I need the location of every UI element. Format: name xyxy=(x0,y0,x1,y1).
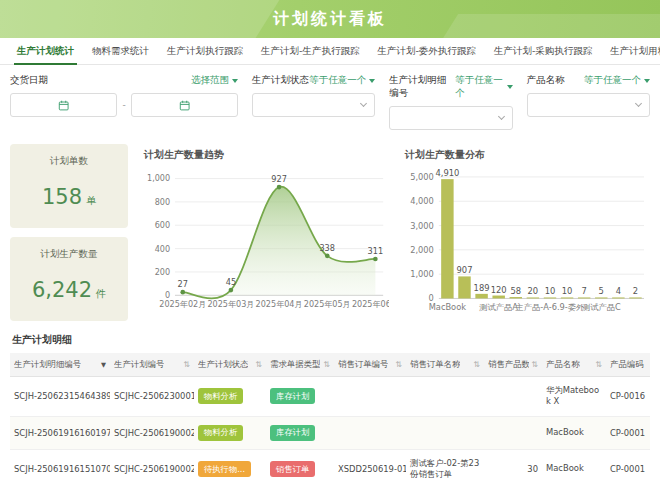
table-cell xyxy=(334,416,406,449)
plan-detail-no-select[interactable] xyxy=(389,106,512,130)
stat-unit: 件 xyxy=(96,287,106,301)
trend-chart-panel: 计划生产数量趋势 02004006008001,000272025年02月452… xyxy=(138,144,389,321)
table-cell: 物料分析 xyxy=(194,377,266,417)
dashboard-body: 计划单数 158 单 计划生产数量 6,242 件 计划生产数量趋势 02004… xyxy=(0,142,660,321)
column-label: 销售产品数量 xyxy=(488,359,529,370)
bar xyxy=(510,297,522,298)
table-cell: 库存计划 xyxy=(266,416,334,449)
distribution-chart-svg: 01,0002,0003,0004,0005,0004,910907189120… xyxy=(399,163,650,314)
column-header-5[interactable]: 销售订单名称⇅ xyxy=(406,353,484,377)
data-point xyxy=(277,185,282,190)
data-point xyxy=(373,257,378,262)
table-cell: 测试客户-02-第23份销售订单 xyxy=(406,449,484,484)
stat-value: 6,242 xyxy=(32,278,92,302)
filter-mode-dropdown[interactable]: 等于任意一个 xyxy=(309,74,375,87)
filter-mode-dropdown[interactable]: 等于任意一个 xyxy=(455,74,512,100)
tab-0[interactable]: 生产计划统计 xyxy=(8,38,83,64)
x-tick-label: 2025年05月 xyxy=(304,300,351,309)
plan-detail-section: 生产计划明细 生产计划明细编号▼生产计划编号⇅生产计划状态⇅需求单据类型⇅销售订… xyxy=(0,321,660,484)
banner-decor-shape xyxy=(402,14,660,38)
sort-icon: ⇅ xyxy=(183,360,190,369)
bar-value-label: 10 xyxy=(562,286,573,296)
bar xyxy=(544,297,556,298)
date-end-input[interactable] xyxy=(131,93,238,117)
table-cell: 销售订单 xyxy=(266,449,334,484)
tab-2[interactable]: 生产计划执行跟踪 xyxy=(158,38,252,64)
table-cell: SCJH-250619161510706 xyxy=(10,449,110,484)
bar-value-label: 120 xyxy=(491,285,507,295)
column-header-6[interactable]: 销售产品数量⇅ xyxy=(484,353,542,377)
sort-icon: ⇅ xyxy=(255,360,262,369)
plan-detail-table: 生产计划明细编号▼生产计划编号⇅生产计划状态⇅需求单据类型⇅销售订单编号⇅销售订… xyxy=(10,353,650,484)
bar xyxy=(595,297,607,298)
sort-icon: ⇅ xyxy=(595,360,602,369)
calendar-icon[interactable] xyxy=(138,100,231,111)
page-title: 计划统计看板 xyxy=(273,9,387,30)
distribution-chart-title: 计划生产数量分布 xyxy=(405,148,650,162)
calendar-icon[interactable] xyxy=(17,100,110,111)
tab-bar: 生产计划统计物料需求统计生产计划执行跟踪生产计划-生产执行跟踪生产计划-委外执行… xyxy=(0,38,660,65)
tab-6[interactable]: 生产计划用料统计 xyxy=(601,38,660,64)
column-header-0[interactable]: 生产计划明细编号▼ xyxy=(10,353,110,377)
filter-label: 生产计划状态 xyxy=(252,74,309,87)
x-tick-label: MacBook xyxy=(429,302,466,312)
column-header-2[interactable]: 生产计划状态⇅ xyxy=(194,353,266,377)
table-row[interactable]: SCJH-250619161510706SCJHC-2506190002待执行物… xyxy=(10,449,650,484)
table-cell: SCJHC-2506190002 xyxy=(110,416,194,449)
y-tick-label: 1,000 xyxy=(147,174,170,183)
table-cell: CP-0001 xyxy=(606,449,650,484)
tab-4[interactable]: 生产计划-委外执行跟踪 xyxy=(368,38,484,64)
date-start-input[interactable] xyxy=(10,93,117,117)
chevron-down-icon xyxy=(635,100,642,107)
status-badge: 库存计划 xyxy=(270,425,315,441)
tab-5[interactable]: 生产计划-采购执行跟踪 xyxy=(485,38,601,64)
y-tick-label: 4,000 xyxy=(410,196,434,206)
product-name-select[interactable] xyxy=(527,93,650,117)
column-header-7[interactable]: 产品名称⇅ xyxy=(542,353,606,377)
column-header-1[interactable]: 生产计划编号⇅ xyxy=(110,353,194,377)
table-header-row: 生产计划明细编号▼生产计划编号⇅生产计划状态⇅需求单据类型⇅销售订单编号⇅销售订… xyxy=(10,353,650,377)
table-row[interactable]: SCJH-250623154643894SCJHC-2506230001物料分析… xyxy=(10,377,650,417)
tab-1[interactable]: 物料需求统计 xyxy=(83,38,158,64)
column-header-3[interactable]: 需求单据类型⇅ xyxy=(266,353,334,377)
column-header-4[interactable]: 销售订单编号⇅ xyxy=(334,353,406,377)
stat-card-plan-count: 计划单数 158 单 xyxy=(10,144,128,228)
bar xyxy=(441,179,453,298)
y-tick-label: 5,000 xyxy=(410,172,434,182)
caret-down-icon xyxy=(232,79,238,83)
table-cell: 物料分析 xyxy=(194,416,266,449)
bar xyxy=(475,294,487,299)
table-cell xyxy=(406,377,484,417)
bar-value-label: 4 xyxy=(616,286,621,296)
table-cell: SCJH-250623154643894 xyxy=(10,377,110,417)
sort-icon: ⇅ xyxy=(395,360,402,369)
filter-bar: 交货日期 选择范围 - xyxy=(0,65,660,142)
table-cell: SCJHC-2506190002 xyxy=(110,449,194,484)
plan-status-select[interactable] xyxy=(252,93,375,117)
filter-mode-dropdown[interactable]: 等于任意一个 xyxy=(584,74,650,87)
filter-plan-detail-no: 生产计划明细编号 等于任意一个 xyxy=(389,74,512,130)
stat-title: 计划生产数量 xyxy=(41,248,98,261)
chevron-down-icon xyxy=(498,113,505,120)
y-tick-label: 400 xyxy=(155,245,170,254)
column-label: 产品名称 xyxy=(546,359,580,370)
y-tick-label: 600 xyxy=(155,221,170,230)
bar xyxy=(561,297,573,298)
x-tick-label: 2025年02月 xyxy=(159,300,206,309)
data-point xyxy=(180,290,185,295)
filter-mode-dropdown[interactable]: 选择范围 xyxy=(191,74,238,87)
table-cell: XSDD250619-01 xyxy=(334,449,406,484)
table-row[interactable]: SCJH-250619161601975SCJHC-2506190002物料分析… xyxy=(10,416,650,449)
bar-value-label: 189 xyxy=(474,283,490,293)
tab-3[interactable]: 生产计划-生产执行跟踪 xyxy=(252,38,368,64)
sort-icon: ⇅ xyxy=(323,360,330,369)
column-header-8[interactable]: 产品编码 xyxy=(606,353,650,377)
caret-down-icon xyxy=(644,79,650,83)
stat-unit: 单 xyxy=(86,194,96,208)
x-tick-label: 2025年06月 xyxy=(352,300,389,309)
stat-value: 158 xyxy=(42,185,82,209)
caret-down-icon xyxy=(507,85,513,89)
bar xyxy=(612,297,624,298)
bar xyxy=(578,297,590,298)
table-cell: 待执行物... xyxy=(194,449,266,484)
